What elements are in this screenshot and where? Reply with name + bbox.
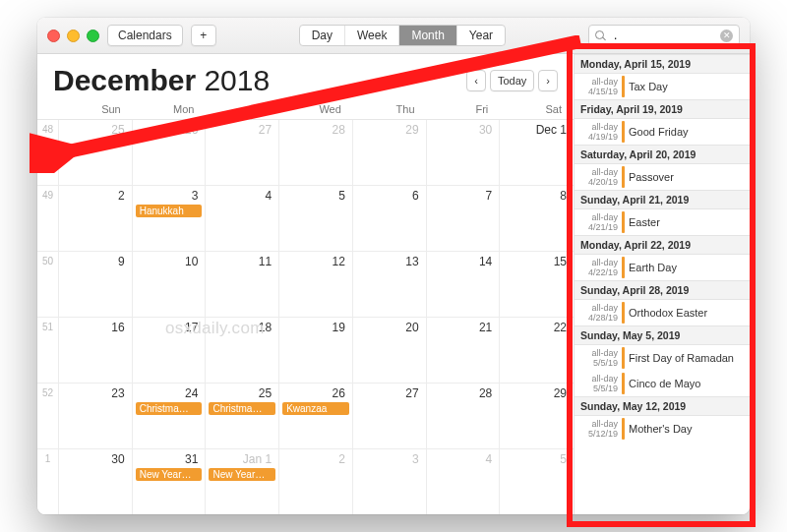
calendar-event[interactable]: New Year… [209, 468, 275, 481]
day-cell[interactable]: 9 [59, 252, 133, 317]
result-item[interactable]: all-day5/5/19Cinco de Mayo [575, 371, 750, 396]
day-number: 30 [430, 123, 497, 137]
day-cell[interactable]: 11 [206, 252, 279, 317]
result-title: Earth Day [629, 262, 744, 273]
day-number: 9 [62, 255, 129, 268]
minimize-window-icon[interactable] [67, 30, 80, 42]
day-cell[interactable]: 20 [353, 318, 427, 383]
calendar-event[interactable]: Christma… [136, 402, 203, 415]
day-cell[interactable]: 15 [500, 252, 574, 317]
day-cell[interactable]: 4 [206, 186, 279, 251]
day-cell[interactable]: Dec 1 [500, 120, 574, 185]
result-item[interactable]: all-day4/21/19Easter [575, 209, 750, 235]
result-color-bar [622, 302, 625, 324]
day-cell[interactable]: 13 [353, 252, 427, 317]
day-cell[interactable]: 29 [353, 120, 427, 185]
result-item[interactable]: all-day4/22/19Earth Day [575, 255, 750, 280]
day-cell[interactable]: 7 [427, 186, 501, 251]
result-item[interactable]: all-day4/19/19Good Friday [575, 119, 750, 145]
next-month-button[interactable]: › [538, 70, 558, 91]
day-cell[interactable]: 16 [59, 318, 133, 383]
day-number: 5 [282, 189, 349, 203]
day-cell[interactable]: Jan 1New Year… [206, 449, 279, 514]
day-cell[interactable]: 27 [206, 120, 279, 185]
week-number: 1 [37, 449, 59, 514]
search-field[interactable]: ✕ [588, 25, 740, 46]
day-cell[interactable]: 14 [427, 252, 501, 317]
result-color-bar [622, 257, 625, 278]
page-title: December 2018 [53, 64, 270, 97]
day-cell[interactable]: 26 [133, 120, 207, 185]
weekday-label: Tue [206, 103, 279, 115]
day-cell[interactable]: 24Christma… [133, 384, 207, 448]
day-cell[interactable]: 12 [279, 252, 353, 317]
day-cell[interactable]: 18 [206, 318, 279, 383]
view-year[interactable]: Year [457, 26, 505, 45]
chevron-left-icon: ‹ [474, 75, 478, 87]
day-number: Jan 1 [209, 452, 275, 466]
result-item[interactable]: all-day4/20/19Passover [575, 164, 750, 190]
day-number: 4 [209, 189, 275, 203]
clear-search-icon[interactable]: ✕ [720, 30, 733, 42]
day-number: 4 [430, 452, 497, 466]
day-cell[interactable]: 23 [59, 384, 133, 448]
day-number: 26 [282, 386, 349, 400]
day-cell[interactable]: 5 [279, 186, 353, 251]
close-window-icon[interactable] [47, 30, 60, 42]
today-button[interactable]: Today [490, 70, 534, 91]
day-cell[interactable]: 21 [427, 318, 501, 383]
day-number: 25 [62, 123, 129, 137]
day-cell[interactable]: 22 [500, 318, 574, 383]
day-cell[interactable]: 30 [427, 120, 501, 185]
day-cell[interactable]: 10 [133, 252, 207, 317]
day-number: 3 [356, 452, 423, 466]
calendar-event[interactable]: New Year… [136, 468, 203, 481]
day-cell[interactable]: 28 [279, 120, 353, 185]
day-cell[interactable]: 6 [353, 186, 427, 251]
day-number: 23 [62, 386, 129, 400]
day-cell[interactable]: 28 [427, 384, 501, 448]
day-cell[interactable]: 19 [279, 318, 353, 383]
day-cell[interactable]: 4 [427, 449, 501, 514]
day-cell[interactable]: 3Hanukkah [133, 186, 207, 251]
day-cell[interactable]: 30 [59, 449, 133, 514]
result-item[interactable]: all-day4/15/19Tax Day [575, 74, 750, 99]
day-cell[interactable]: 2 [59, 186, 133, 251]
day-number: 10 [136, 255, 203, 268]
day-number: 12 [282, 255, 349, 268]
day-cell[interactable]: 26Kwanzaa [279, 384, 353, 448]
result-item[interactable]: all-day5/5/19First Day of Ramadan [575, 345, 750, 371]
day-number: 26 [136, 123, 203, 137]
result-item[interactable]: all-day5/12/19Mother's Day [575, 416, 750, 442]
result-item[interactable]: all-day4/28/19Orthodox Easter [575, 300, 750, 325]
calendars-button[interactable]: Calendars [107, 25, 183, 46]
day-cell[interactable]: 2 [279, 449, 353, 514]
day-cell[interactable]: 27 [353, 384, 427, 448]
day-cell[interactable]: 25Christma… [206, 384, 279, 448]
calendar-event[interactable]: Hanukkah [136, 205, 203, 217]
day-cell[interactable]: 8 [500, 186, 574, 251]
day-number: 2 [62, 189, 129, 203]
calendar-event[interactable]: Christma… [209, 402, 275, 415]
result-time: all-day4/28/19 [580, 303, 618, 323]
day-cell[interactable]: 5 [500, 449, 574, 514]
day-cell[interactable]: 17 [133, 318, 207, 383]
view-day[interactable]: Day [300, 26, 345, 45]
search-icon [595, 30, 606, 41]
day-cell[interactable]: 31New Year… [133, 449, 207, 514]
result-day-header: Saturday, April 20, 2019 [575, 145, 750, 164]
result-color-bar [622, 347, 625, 369]
day-cell[interactable]: 25 [59, 120, 133, 185]
search-results-panel[interactable]: Monday, April 15, 2019all-day4/15/19Tax … [575, 54, 750, 514]
prev-month-button[interactable]: ‹ [466, 70, 486, 91]
add-button[interactable]: + [191, 25, 216, 46]
calendar-event[interactable]: Kwanzaa [282, 402, 349, 415]
view-week[interactable]: Week [345, 26, 399, 45]
result-title: Mother's Day [629, 423, 744, 435]
view-month[interactable]: Month [399, 26, 456, 45]
search-input[interactable] [612, 28, 714, 43]
zoom-window-icon[interactable] [87, 30, 99, 42]
weekday-label: Mon [133, 103, 207, 115]
day-cell[interactable]: 3 [353, 449, 427, 514]
day-cell[interactable]: 29 [500, 384, 574, 448]
